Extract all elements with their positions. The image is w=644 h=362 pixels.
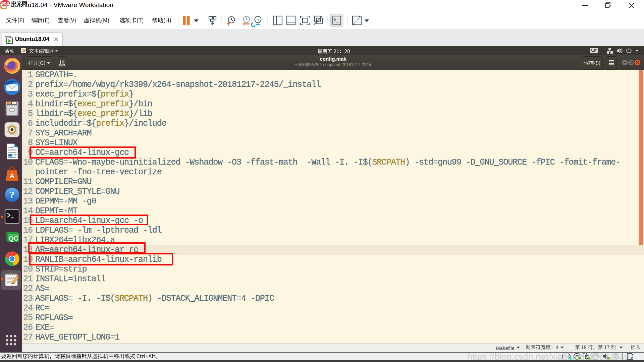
svg-text:?: ? <box>10 189 14 200</box>
svg-text:A: A <box>10 172 14 180</box>
svg-text:php: php <box>1 1 9 6</box>
svg-text:QC: QC <box>9 235 18 242</box>
